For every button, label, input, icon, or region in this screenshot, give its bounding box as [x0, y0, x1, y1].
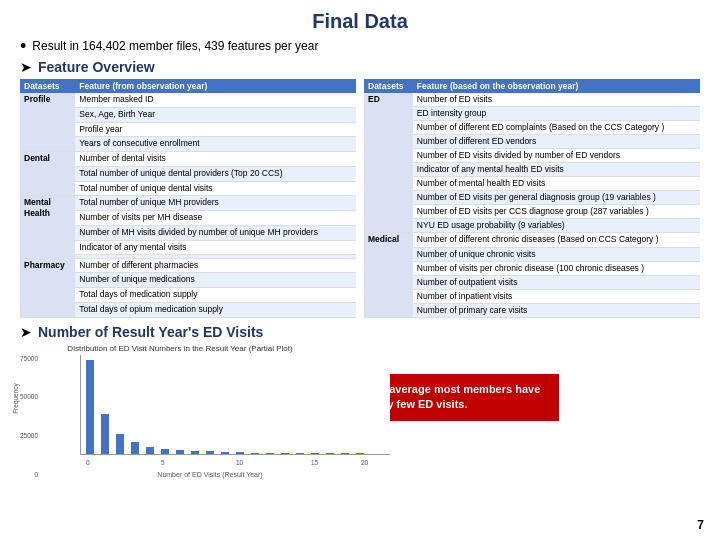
left-table: Datasets Feature (from observation year)…: [20, 79, 356, 318]
chart-area: Distribution of ED Visit Numbers in the …: [20, 344, 340, 478]
tables-row: Datasets Feature (from observation year)…: [20, 79, 700, 318]
bar-3: [131, 442, 139, 454]
chart-container: 0 5 10 15 20: [80, 355, 390, 455]
bullet-text: Result in 164,402 member files, 439 feat…: [32, 39, 318, 53]
table-row: Medical Number of different chronic dise…: [364, 233, 700, 247]
feature-cell: Member masked ID: [75, 93, 356, 107]
feature-cell: Number of ED visits divided by number of…: [413, 149, 700, 163]
page-title: Final Data: [20, 10, 700, 33]
page-number: 7: [697, 518, 704, 532]
y-tick-0: 0: [34, 471, 38, 478]
x-tick-20: 20: [361, 459, 368, 466]
bar-10: [236, 452, 244, 453]
bar-2: [116, 434, 124, 454]
feature-cell: Number of different ED complaints (Based…: [413, 121, 700, 135]
category-mental-health: MentalHealth: [20, 196, 75, 258]
feature-cell: Profile year: [75, 122, 356, 137]
feature-cell: Total days of opium medication supply: [75, 302, 356, 317]
bar-11: [251, 453, 259, 454]
ed-visits-header: ➤ Number of Result Year's ED Visits: [20, 324, 700, 340]
category-ed: ED: [364, 93, 413, 233]
x-tick-5: 5: [161, 459, 165, 466]
feature-cell: Number of MH visits divided by number of…: [75, 225, 356, 240]
chart-title: Distribution of ED Visit Numbers in the …: [20, 344, 340, 353]
feature-cell: Number of different ED vendors: [413, 135, 700, 149]
bar-15: [311, 453, 319, 454]
feature-cell: ED intensity group: [413, 107, 700, 121]
feature-cell: Number of ED visits per CCS diagnose gro…: [413, 205, 700, 219]
bar-1: [101, 414, 109, 454]
x-tick-15: 15: [311, 459, 318, 466]
feature-cell: Total number of unique dental providers …: [75, 166, 356, 181]
table-row: Indicator of any mental health ED visits: [364, 163, 700, 177]
x-tick-0: 0: [86, 459, 90, 466]
bar-7: [191, 451, 199, 454]
page: Final Data • Result in 164,402 member fi…: [0, 0, 720, 540]
table-row: Number of ED visits per CCS diagnose gro…: [364, 205, 700, 219]
table-row: Number of unique chronic visits: [364, 247, 700, 261]
bar-12: [266, 453, 274, 454]
feature-cell: Number of ED visits: [413, 93, 700, 107]
feature-overview-title: Feature Overview: [38, 59, 155, 75]
table-row: ED intensity group: [364, 107, 700, 121]
right-table-header-datasets: Datasets: [364, 79, 413, 93]
right-table-header-feature: Feature (based on the observation year): [413, 79, 700, 93]
bar-0: [86, 360, 94, 454]
table-row: Number of primary care visits: [364, 303, 700, 317]
feature-cell: Number of visits per chronic disease (10…: [413, 261, 700, 275]
table-row: Number of different ED complaints (Based…: [364, 121, 700, 135]
table-row: Pharmacy Number of different pharmacies: [20, 258, 356, 273]
bar-13: [281, 453, 289, 454]
bar-9: [221, 452, 229, 454]
table-row: Dental Number of dental visits: [20, 152, 356, 167]
category-pharmacy: Pharmacy: [20, 258, 75, 317]
feature-cell: NYU ED usage probability (9 variables): [413, 219, 700, 233]
table-row: Number of ED visits per general diagnosi…: [364, 191, 700, 205]
table-row: Number of mental health ED visits: [364, 177, 700, 191]
feature-cell: Number of outpatient visits: [413, 275, 700, 289]
feature-cell: Number of unique medications: [75, 273, 356, 288]
ed-visits-title: Number of Result Year's ED Visits: [38, 324, 263, 340]
table-row: Number of different ED vendors: [364, 135, 700, 149]
y-tick-75k: 75000: [20, 355, 38, 362]
feature-cell: Sex, Age, Birth Year: [75, 107, 356, 122]
feature-cell: Total number of unique MH providers: [75, 196, 356, 211]
feature-cell: Number of unique chronic visits: [413, 247, 700, 261]
arrow-icon-2: ➤: [20, 324, 32, 340]
table-row: ED Number of ED visits: [364, 93, 700, 107]
feature-cell: Years of consecutive enrollment: [75, 137, 356, 152]
right-table: Datasets Feature (based on the observati…: [364, 79, 700, 318]
feature-cell: Number of primary care visits: [413, 303, 700, 317]
bottom-section: Distribution of ED Visit Numbers in the …: [20, 344, 700, 478]
feature-cell: Number of inpatient visits: [413, 289, 700, 303]
feature-cell: Indicator of any mental health ED visits: [413, 163, 700, 177]
bar-4: [146, 447, 154, 454]
table-row: Number of outpatient visits: [364, 275, 700, 289]
table-row: Profile Member masked ID: [20, 93, 356, 107]
category-dental: Dental: [20, 152, 75, 196]
x-tick-10: 10: [236, 459, 243, 466]
bullet-line: • Result in 164,402 member files, 439 fe…: [20, 37, 700, 55]
feature-cell: Number of dental visits: [75, 152, 356, 167]
bar-5: [161, 449, 169, 454]
y-tick-25k: 25000: [20, 432, 38, 439]
bar-14: [296, 453, 304, 454]
feature-cell: Total days of medication supply: [75, 288, 356, 303]
table-row: NYU ED usage probability (9 variables): [364, 219, 700, 233]
left-table-header-feature: Feature (from observation year): [75, 79, 356, 93]
feature-cell: Number of different pharmacies: [75, 258, 356, 273]
table-row: Number of ED visits divided by number of…: [364, 149, 700, 163]
feature-cell: Total number of unique dental visits: [75, 181, 356, 196]
feature-cell: Number of visits per MH disease: [75, 211, 356, 226]
feature-cell: Number of ED visits per general diagnosi…: [413, 191, 700, 205]
arrow-icon: ➤: [20, 59, 32, 75]
callout-text: On average most members have very few ED…: [371, 383, 540, 410]
feature-overview-header: ➤ Feature Overview: [20, 59, 700, 75]
bullet-icon: •: [20, 37, 26, 55]
feature-cell: Number of mental health ED visits: [413, 177, 700, 191]
table-row: Number of inpatient visits: [364, 289, 700, 303]
feature-cell: Number of different chronic diseases (Ba…: [413, 233, 700, 247]
category-profile: Profile: [20, 93, 75, 152]
table-row: Number of visits per chronic disease (10…: [364, 261, 700, 275]
bar-8: [206, 451, 214, 453]
